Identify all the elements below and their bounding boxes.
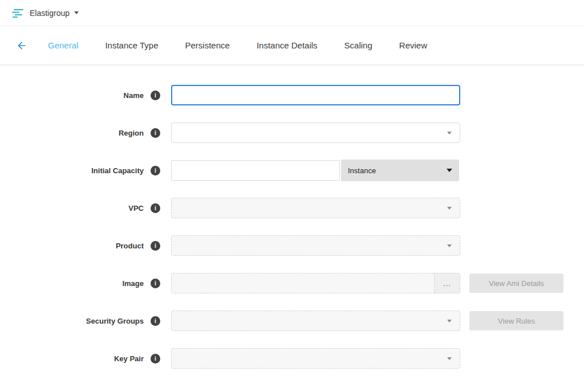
capacity-unit-value: Instance	[348, 166, 376, 175]
form-row-vpc: VPC	[0, 198, 584, 218]
app-header: Elastigroup	[0, 0, 584, 26]
form-row-initial-capacity: Initial Capacity Instance	[0, 160, 584, 181]
view-rules-button[interactable]: View Rules	[469, 311, 563, 330]
info-icon[interactable]	[151, 91, 160, 100]
form-row-image: Image ... View Ami Details	[0, 273, 584, 293]
product-select[interactable]	[171, 235, 460, 256]
vpc-label: VPC	[0, 204, 144, 213]
app-switcher[interactable]: Elastigroup	[11, 9, 79, 18]
chevron-down-icon	[447, 169, 452, 172]
tab-persistence[interactable]: Persistence	[185, 40, 230, 50]
info-icon[interactable]	[151, 316, 160, 326]
arrow-left-icon	[16, 40, 27, 51]
info-icon[interactable]	[151, 128, 160, 138]
chevron-down-icon	[447, 207, 452, 210]
chevron-down-icon	[447, 244, 452, 247]
form-row-region: Region	[0, 122, 584, 143]
form-row-security-groups: Security Groups View Rules	[0, 311, 584, 331]
app-title: Elastigroup	[30, 9, 70, 18]
view-ami-details-button[interactable]: View Ami Details	[469, 273, 563, 293]
region-label: Region	[0, 129, 144, 137]
security-groups-label: Security Groups	[0, 317, 144, 325]
tab-scaling[interactable]: Scaling	[344, 40, 372, 50]
form-row-key-pair: Key Pair	[0, 348, 584, 369]
chevron-down-icon	[447, 132, 452, 134]
chevron-down-icon	[447, 357, 452, 360]
tab-general[interactable]: General	[48, 40, 78, 50]
tab-instance-details[interactable]: Instance Details	[257, 40, 318, 50]
name-label: Name	[0, 91, 144, 100]
info-icon[interactable]	[151, 203, 160, 213]
wizard-tabs: General Instance Type Persistence Instan…	[48, 40, 427, 50]
capacity-unit-select[interactable]: Instance	[341, 160, 459, 181]
wizard-nav: General Instance Type Persistence Instan…	[0, 26, 584, 65]
tab-instance-type[interactable]: Instance Type	[105, 40, 158, 50]
form-row-name: Name	[0, 85, 584, 105]
product-label: Product	[0, 242, 144, 250]
image-label: Image	[0, 279, 144, 288]
initial-capacity-input[interactable]	[171, 160, 340, 181]
initial-capacity-label: Initial Capacity	[0, 166, 144, 175]
chevron-down-icon	[74, 11, 79, 14]
region-select[interactable]	[171, 122, 460, 143]
info-icon[interactable]	[151, 166, 160, 175]
info-icon[interactable]	[151, 279, 160, 288]
vpc-select[interactable]	[171, 198, 460, 218]
back-button[interactable]	[16, 40, 27, 51]
key-pair-label: Key Pair	[0, 354, 144, 363]
image-browse-button[interactable]: ...	[435, 273, 460, 293]
general-form: Name Region Initial Capacity Instance VP…	[0, 65, 584, 369]
elastigroup-logo-icon	[11, 9, 24, 18]
info-icon[interactable]	[151, 354, 160, 364]
security-groups-select[interactable]	[171, 311, 460, 331]
name-input[interactable]	[171, 85, 460, 105]
form-row-product: Product	[0, 235, 584, 256]
key-pair-select[interactable]	[171, 348, 460, 369]
tab-review[interactable]: Review	[399, 40, 427, 50]
info-icon[interactable]	[151, 241, 160, 251]
image-input[interactable]	[171, 273, 435, 293]
chevron-down-icon	[447, 320, 452, 322]
